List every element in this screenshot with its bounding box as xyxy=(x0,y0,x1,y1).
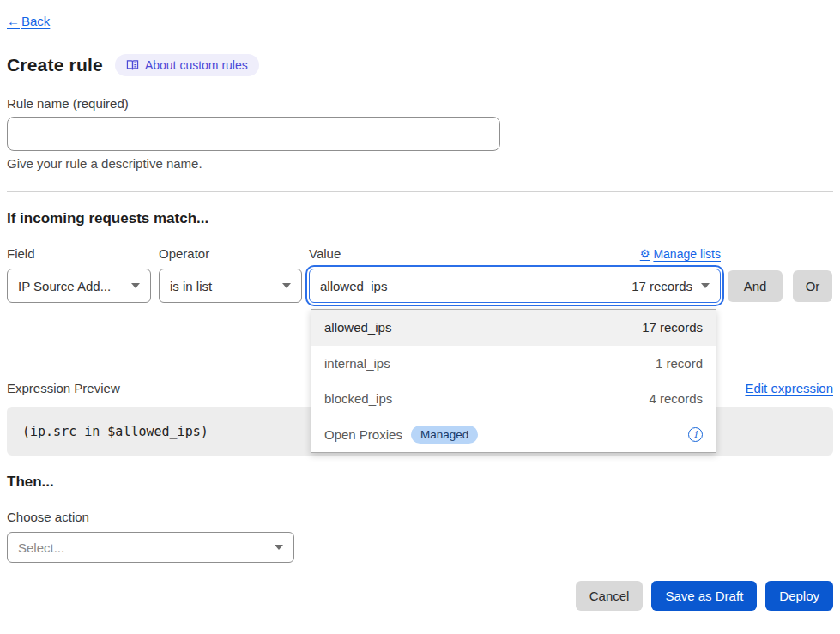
manage-lists-label: Manage lists xyxy=(653,247,721,261)
info-icon[interactable]: i xyxy=(688,427,703,442)
value-select-record-count: 17 records xyxy=(632,279,692,293)
section-divider xyxy=(7,191,833,192)
value-label-row: Value ⚙Manage lists xyxy=(309,246,721,261)
create-rule-page: ←Back Create rule About custom rules Rul… xyxy=(0,0,840,611)
footer-actions: Cancel Save as Draft Deploy xyxy=(7,581,833,611)
deploy-button[interactable]: Deploy xyxy=(765,581,833,611)
edit-expression-link[interactable]: Edit expression xyxy=(745,381,833,395)
rule-name-helper-text: Give your rule a descriptive name. xyxy=(7,156,833,171)
field-select-value: IP Source Add... xyxy=(18,279,111,293)
and-button[interactable]: And xyxy=(728,270,783,302)
operator-select-value: is in list xyxy=(170,279,212,293)
list-option-records: 4 records xyxy=(649,391,703,406)
book-icon xyxy=(126,59,139,71)
about-custom-rules-link[interactable]: About custom rules xyxy=(115,54,259,76)
back-link[interactable]: ←Back xyxy=(7,14,50,28)
chevron-down-icon xyxy=(275,545,283,550)
back-arrow-icon: ← xyxy=(7,14,20,28)
cancel-button[interactable]: Cancel xyxy=(576,581,644,611)
page-title: Create rule xyxy=(7,55,103,75)
chevron-down-icon xyxy=(131,283,140,288)
expression-preview-label: Expression Preview xyxy=(7,381,120,395)
condition-labels-row: Field Operator Value ⚙Manage lists xyxy=(7,246,833,261)
expression-code: (ip.src in $allowed_ips) xyxy=(22,424,208,439)
value-label: Value xyxy=(309,246,341,261)
value-select-wrap: allowed_ips 17 records allowed_ips 17 re… xyxy=(309,269,721,303)
list-option-left: Open Proxies Managed xyxy=(324,426,478,444)
match-section-heading: If incoming requests match... xyxy=(7,210,833,227)
action-select-placeholder: Select... xyxy=(18,540,64,555)
list-option-name: Open Proxies xyxy=(324,427,402,442)
about-custom-rules-label: About custom rules xyxy=(145,58,248,72)
list-option-name: internal_ips xyxy=(324,356,390,371)
list-option-name: blocked_ips xyxy=(324,391,392,406)
list-dropdown: allowed_ips 17 records internal_ips 1 re… xyxy=(311,309,716,453)
rule-name-label: Rule name (required) xyxy=(7,96,833,111)
chevron-down-icon xyxy=(701,283,710,288)
list-option-name: allowed_ips xyxy=(324,320,391,335)
chevron-down-icon xyxy=(282,283,291,288)
then-section-heading: Then... xyxy=(7,474,833,491)
field-select[interactable]: IP Source Add... xyxy=(7,269,151,303)
operator-select[interactable]: is in list xyxy=(159,269,302,303)
or-button[interactable]: Or xyxy=(793,270,832,302)
rule-name-input[interactable] xyxy=(7,117,500,151)
condition-row: IP Source Add... is in list allowed_ips … xyxy=(7,269,833,303)
operator-label: Operator xyxy=(159,246,309,261)
list-option-allowed-ips[interactable]: allowed_ips 17 records xyxy=(311,310,716,346)
value-select-value: allowed_ips xyxy=(320,279,387,293)
save-as-draft-button[interactable]: Save as Draft xyxy=(651,581,757,611)
field-label: Field xyxy=(7,246,159,261)
managed-badge: Managed xyxy=(411,426,478,444)
action-select[interactable]: Select... xyxy=(7,532,294,563)
value-select[interactable]: allowed_ips 17 records xyxy=(309,269,721,303)
back-label: Back xyxy=(21,14,50,28)
gear-icon: ⚙ xyxy=(640,247,650,260)
list-option-blocked-ips[interactable]: blocked_ips 4 records xyxy=(311,381,716,417)
title-row: Create rule About custom rules xyxy=(7,54,833,76)
list-option-records: 17 records xyxy=(642,320,703,335)
list-option-records: 1 record xyxy=(656,356,703,371)
choose-action-label: Choose action xyxy=(7,510,833,524)
manage-lists-link[interactable]: ⚙Manage lists xyxy=(640,247,721,261)
list-option-open-proxies[interactable]: Open Proxies Managed i xyxy=(311,417,716,453)
list-option-internal-ips[interactable]: internal_ips 1 record xyxy=(311,346,716,382)
